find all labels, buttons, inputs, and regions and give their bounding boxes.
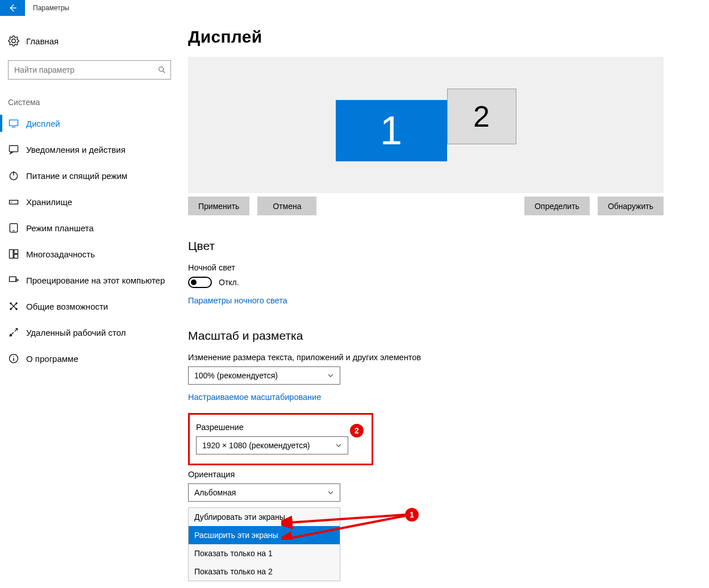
svg-rect-2 [10, 120, 18, 126]
svg-rect-4 [10, 145, 18, 152]
section-color: Цвет [188, 239, 664, 253]
custom-scaling-link[interactable]: Настраиваемое масштабирование [188, 393, 321, 402]
resolution-label: Разрешение [196, 423, 365, 432]
sidebar-item-label: Проецирование на этот компьютер [26, 276, 165, 285]
monitor-icon [8, 118, 19, 129]
multimon-option-extend[interactable]: Расширить эти экраны [189, 526, 340, 544]
sidebar-item-multitask[interactable]: Многозадачность [0, 241, 179, 267]
power-icon [8, 170, 19, 181]
monitor-2[interactable]: 2 [447, 89, 516, 144]
window-title: Параметры [33, 4, 69, 12]
orientation-combobox[interactable]: Альбомная [188, 483, 340, 502]
page-title: Дисплей [188, 27, 664, 47]
orientation-label: Ориентация [188, 470, 664, 479]
info-icon [8, 353, 19, 364]
sidebar-item-notifications[interactable]: Уведомления и действия [0, 136, 179, 162]
chat-icon [8, 144, 19, 155]
sidebar-item-label: Дисплей [26, 119, 60, 128]
resolution-callout: Разрешение 1920 × 1080 (рекомендуется) 2 [188, 413, 373, 465]
sidebar-item-label: Общие возможности [26, 302, 108, 311]
project-icon [8, 274, 19, 286]
sidebar-item-display[interactable]: Дисплей [0, 110, 179, 136]
sidebar-item-label: Удаленный рабочий стол [26, 328, 126, 337]
apply-button[interactable]: Применить [188, 197, 249, 215]
search-input[interactable] [8, 60, 171, 80]
sidebar-item-label: Питание и спящий режим [26, 171, 127, 181]
sidebar-item-label: Режим планшета [26, 223, 94, 233]
svg-rect-13 [14, 255, 18, 258]
storage-icon [8, 196, 19, 207]
svg-rect-7 [10, 201, 18, 205]
identify-button[interactable]: Определить [524, 197, 590, 215]
sidebar-item-remote[interactable]: Удаленный рабочий стол [0, 319, 179, 345]
chevron-down-icon [327, 372, 334, 379]
sidebar-item-projecting[interactable]: Проецирование на этот компьютер [0, 267, 179, 293]
resolution-value: 1920 × 1080 (рекомендуется) [202, 441, 310, 450]
nav-home[interactable]: Главная [0, 28, 179, 53]
sidebar-item-label: О программе [26, 354, 78, 364]
night-light-state: Откл. [219, 278, 239, 287]
back-button[interactable] [0, 0, 25, 16]
svg-point-8 [11, 202, 12, 203]
svg-point-21 [13, 356, 14, 357]
chevron-down-icon [327, 489, 334, 496]
sidebar-section-label: Система [8, 98, 179, 107]
main-content: Дисплей 1 2 Применить Отмена Определить … [179, 16, 709, 581]
resolution-combobox[interactable]: 1920 × 1080 (рекомендуется) [196, 436, 348, 454]
sidebar-item-shared[interactable]: Общие возможности [0, 293, 179, 319]
detect-button[interactable]: Обнаружить [598, 197, 664, 215]
sidebar-item-power[interactable]: Питание и спящий режим [0, 162, 179, 189]
scale-combobox[interactable]: 100% (рекомендуется) [188, 366, 340, 385]
sidebar: Главная Система Дисплей Уведомления и де… [0, 16, 179, 581]
multitask-icon [8, 248, 19, 260]
shared-icon [8, 301, 19, 312]
scale-value: 100% (рекомендуется) [194, 371, 278, 380]
night-light-toggle[interactable] [188, 277, 212, 288]
sidebar-item-label: Многозадачность [26, 249, 95, 259]
sidebar-item-storage[interactable]: Хранилище [0, 189, 179, 215]
multimon-option-show2[interactable]: Показать только на 2 [189, 562, 340, 581]
multimon-option-show1[interactable]: Показать только на 1 [189, 544, 340, 562]
remote-icon [8, 327, 19, 338]
sidebar-item-label: Уведомления и действия [26, 145, 126, 155]
section-scale: Масштаб и разметка [188, 329, 664, 343]
multimon-dropdown: Дублировать эти экраны Расширить эти экр… [188, 507, 340, 581]
nav-home-label: Главная [26, 36, 59, 46]
night-light-settings-link[interactable]: Параметры ночного света [188, 296, 287, 305]
night-light-label: Ночной свет [188, 263, 664, 272]
callout-badge-1: 1 [405, 508, 419, 522]
gear-icon [8, 35, 19, 47]
svg-rect-14 [10, 277, 16, 281]
sidebar-item-label: Хранилище [26, 197, 72, 207]
chevron-down-icon [335, 442, 342, 449]
svg-rect-11 [10, 250, 14, 258]
scale-label: Изменение размера текста, приложений и д… [188, 353, 664, 362]
sidebar-item-about[interactable]: О программе [0, 345, 179, 372]
sidebar-item-tablet[interactable]: Режим планшета [0, 215, 179, 241]
monitor-1[interactable]: 1 [336, 100, 447, 161]
svg-rect-12 [14, 250, 18, 254]
orientation-value: Альбомная [194, 488, 236, 497]
display-arrangement-area[interactable]: 1 2 [188, 57, 664, 193]
cancel-button[interactable]: Отмена [257, 197, 316, 215]
arrow-left-icon [7, 3, 18, 13]
multimon-option-duplicate[interactable]: Дублировать эти экраны [189, 508, 340, 526]
tablet-icon [8, 222, 19, 233]
callout-badge-2: 2 [350, 424, 364, 437]
